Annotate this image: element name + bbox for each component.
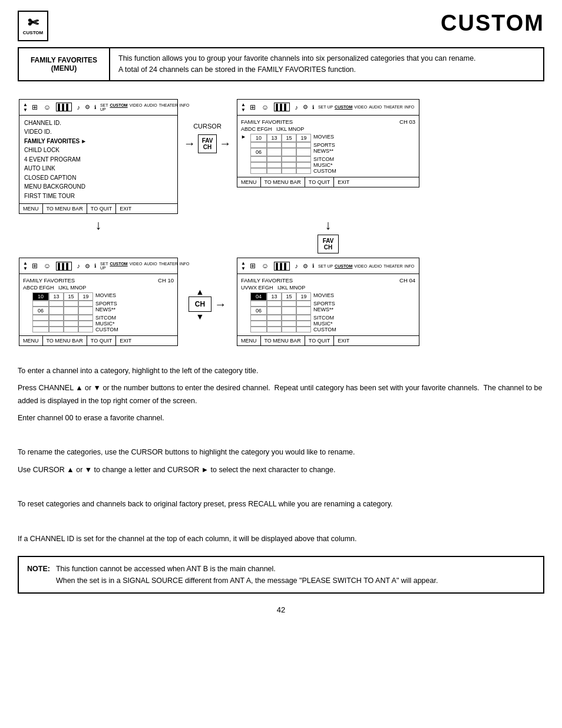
nav-bl-3: ▌▌▌ bbox=[56, 262, 72, 271]
down-arrow-left-icon: ↓ bbox=[95, 218, 102, 233]
menu-autolink: AUTO LINK bbox=[24, 164, 173, 173]
br-h4: 19 bbox=[296, 292, 311, 301]
nav-labels-r: SET UPCUSTOMVIDEOAUDIOTHEATERINFO bbox=[318, 105, 414, 109]
nav-bl-arrows: ▲ ▼ bbox=[23, 261, 28, 271]
bl-fav-header: FAMILY FAVORITES CH 10 bbox=[23, 277, 174, 284]
bl-h4: 19 bbox=[78, 292, 93, 301]
fav-ch-button: FAV CH bbox=[198, 134, 217, 153]
note-line-2: When the set is in a SIGNAL SOURCE diffe… bbox=[56, 575, 438, 587]
body-para-2: Press CHANNEL ▲ or ▼ or the number butto… bbox=[18, 382, 544, 407]
bottom-diagram-row: ▲ ▼ ⊞ ☺ ▌▌▌ ♪ ⚙ ℹ SET UPCUSTOMVIDEOAUDIO… bbox=[19, 258, 543, 346]
nav-br-1: ⊞ bbox=[250, 262, 256, 270]
note-label: NOTE: bbox=[27, 563, 50, 587]
down-arrow-ch-icon: ▼ bbox=[196, 312, 204, 321]
nav-up-down-arrows-r: ▲ ▼ bbox=[241, 102, 246, 113]
body-para-10: If a CHANNEL ID is set for the channel a… bbox=[18, 533, 544, 545]
up-arrow-ch-icon: ▲ bbox=[196, 287, 204, 297]
right-arrow-bottom-icon: → bbox=[214, 298, 226, 311]
bottom-left-nav: ▲ ▼ ⊞ ☺ ▌▌▌ ♪ ⚙ ℹ SET UPCUSTOMVIDEOAUDIO… bbox=[19, 258, 177, 274]
fav-h3: 15 bbox=[282, 134, 296, 142]
body-para-8: To reset categories and channels back to… bbox=[18, 498, 544, 510]
nav-icon-2: ☺ bbox=[44, 103, 51, 111]
body-para-7 bbox=[18, 481, 544, 493]
body-para-9 bbox=[18, 515, 544, 528]
fav-h1: 10 bbox=[250, 134, 267, 142]
body-text-area: To enter a channel into a category, high… bbox=[18, 365, 544, 545]
top-right-menubar: MENU TO MENU BAR TO QUIT EXIT bbox=[237, 177, 419, 187]
body-para-1: To enter a channel into a category, high… bbox=[18, 365, 544, 377]
fav-ch-bottom-button: FAV CH bbox=[318, 235, 339, 253]
note-box: NOTE: This function cannot be accessed w… bbox=[18, 556, 544, 594]
nav-br-5: ⚙ bbox=[303, 263, 308, 269]
page-header: ✄ CUSTOM CUSTOM bbox=[0, 0, 562, 47]
custom-icon: ✄ CUSTOM bbox=[18, 11, 48, 41]
ch-connector-group: ▲ CH ▼ → bbox=[189, 287, 226, 321]
middle-arrow-row: ↓ ↓ FAV CH bbox=[19, 215, 543, 258]
nav-labels: SET UPCUSTOMVIDEOAUDIOTHEATERINFO bbox=[100, 103, 190, 111]
description-label: FAMILY FAVORITES (MENU) bbox=[19, 48, 110, 80]
nav-icon-1: ⊞ bbox=[32, 103, 38, 111]
top-diagram-row: ▲ ▼ ⊞ ☺ ▌▌▌ ♪ ⚙ ℹ SET UPCUSTOMVIDEOAUDIO… bbox=[19, 99, 543, 215]
nav-br-arrows: ▲ ▼ bbox=[241, 261, 246, 271]
menu-4event: 4 EVENT PROGRAM bbox=[24, 155, 173, 164]
nav-icon-5: ⚙ bbox=[85, 104, 90, 110]
bottom-left-screen: ▲ ▼ ⊞ ☺ ▌▌▌ ♪ ⚙ ℹ SET UPCUSTOMVIDEOAUDIO… bbox=[19, 258, 178, 346]
bl-h2: 13 bbox=[49, 292, 64, 301]
body-para-6: Use CURSOR ▲ or ▼ to change a letter and… bbox=[18, 464, 544, 476]
nav-bl-5: ⚙ bbox=[85, 263, 90, 269]
br-h1: 04 bbox=[250, 292, 267, 301]
description-text: This function allows you to group your f… bbox=[110, 48, 484, 80]
fav-title: FAMILY FAVORITES bbox=[241, 118, 293, 125]
nav-icon-r1: ⊞ bbox=[250, 103, 256, 111]
menu-bg: MENU BACKGROUND bbox=[24, 182, 173, 192]
top-left-menubar: MENU TO MENU BAR TO QUIT EXIT bbox=[19, 203, 177, 213]
bottom-left-fav-content: FAMILY FAVORITES CH 10 ABCD EFGH IJKL MN… bbox=[19, 274, 177, 335]
bl-fav-ch-number: CH 10 bbox=[158, 277, 174, 284]
top-right-nav: ▲ ▼ ⊞ ☺ ▌▌▌ ♪ ⚙ ℹ SET UPCUSTOMVIDEOAUDIO… bbox=[237, 100, 419, 116]
page-title: CUSTOM bbox=[441, 11, 544, 36]
bottom-right-nav: ▲ ▼ ⊞ ☺ ▌▌▌ ♪ ⚙ ℹ SET UPCUSTOMVIDEOAUDIO… bbox=[237, 258, 419, 274]
body-para-4 bbox=[18, 429, 544, 442]
bl-h3: 15 bbox=[64, 292, 78, 301]
fav-ch-arrow-group: → FAV CH → bbox=[184, 133, 232, 155]
nav-icon-r5: ⚙ bbox=[303, 104, 308, 110]
menu-child-lock: CHILD LOCK bbox=[24, 146, 173, 155]
description-section: FAMILY FAVORITES (MENU) This function al… bbox=[18, 47, 544, 81]
bl-fav-subheader: ABCD EFGH IJKL MNOP bbox=[23, 285, 174, 291]
bottom-right-screen: ▲ ▼ ⊞ ☺ ▌▌▌ ♪ ⚙ ℹ SET UPCUSTOMVIDEOAUDIO… bbox=[237, 258, 419, 346]
body-para-5: To rename the categories, use the CURSOR… bbox=[18, 446, 544, 459]
top-left-screen: ▲ ▼ ⊞ ☺ ▌▌▌ ♪ ⚙ ℹ SET UPCUSTOMVIDEOAUDIO… bbox=[19, 99, 178, 215]
left-down-arrow: ↓ bbox=[19, 215, 178, 235]
top-right-screen: ▲ ▼ ⊞ ☺ ▌▌▌ ♪ ⚙ ℹ SET UPCUSTOMVIDEOAUDIO… bbox=[237, 99, 419, 187]
right-down-arrow-section: ↓ FAV CH bbox=[237, 215, 419, 258]
nav-bl-1: ⊞ bbox=[32, 262, 38, 270]
bottom-connector: ▲ CH ▼ → bbox=[178, 258, 237, 321]
fav-subheader: ABDC EFGH IJKL MNOP bbox=[241, 126, 415, 132]
bottom-left-menubar: MENU TO MENU BAR TO QUIT EXIT bbox=[19, 335, 177, 345]
ch-with-arrows: ▲ CH ▼ bbox=[189, 287, 211, 321]
fav-grid: ► 10 13 15 19 MOVIES SPORTS 06 bbox=[241, 134, 415, 174]
fav-h4: 19 bbox=[296, 134, 311, 142]
nav-icon-3: ▌▌▌ bbox=[56, 103, 72, 111]
nav-up-down-arrows: ▲ ▼ bbox=[23, 102, 28, 113]
br-fav-grid: 04 13 15 19 MOVIES SPORTS 06 NE bbox=[241, 292, 415, 332]
nav-br-4: ♪ bbox=[295, 262, 298, 269]
top-left-nav: ▲ ▼ ⊞ ☺ ▌▌▌ ♪ ⚙ ℹ SET UPCUSTOMVIDEOAUDIO… bbox=[19, 100, 177, 116]
nav-icon-4: ♪ bbox=[77, 104, 80, 111]
br-fav-subheader: UVWX EFGH IJKL MNOP bbox=[241, 285, 415, 291]
bottom-right-fav-content: FAMILY FAVORITES CH 04 UVWX EFGH IJKL MN… bbox=[237, 274, 419, 335]
nav-bl-2: ☺ bbox=[44, 262, 51, 270]
body-para-3: Enter channel 00 to erase a favorite cha… bbox=[18, 412, 544, 424]
fav-ch-number: CH 03 bbox=[399, 118, 415, 125]
fav-movies-label: MOVIES bbox=[311, 134, 346, 142]
top-right-fav-content: FAMILY FAVORITES CH 03 ABDC EFGH IJKL MN… bbox=[237, 116, 419, 177]
right-arrow-icon: → bbox=[184, 137, 196, 150]
down-arrow-right-icon: ↓ bbox=[325, 218, 332, 233]
nav-icon-r4: ♪ bbox=[295, 104, 298, 111]
menu-video-id: VIDEO ID. bbox=[24, 127, 173, 137]
nav-bl-labels: SET UPCUSTOMVIDEOAUDIOTHEATERINFO bbox=[100, 262, 190, 270]
nav-br-6: ℹ bbox=[312, 263, 314, 269]
nav-br-labels: SET UPCUSTOMVIDEOAUDIOTHEATERINFO bbox=[318, 264, 414, 268]
page-number: 42 bbox=[0, 605, 562, 614]
br-fav-ch-number: CH 04 bbox=[399, 277, 415, 284]
